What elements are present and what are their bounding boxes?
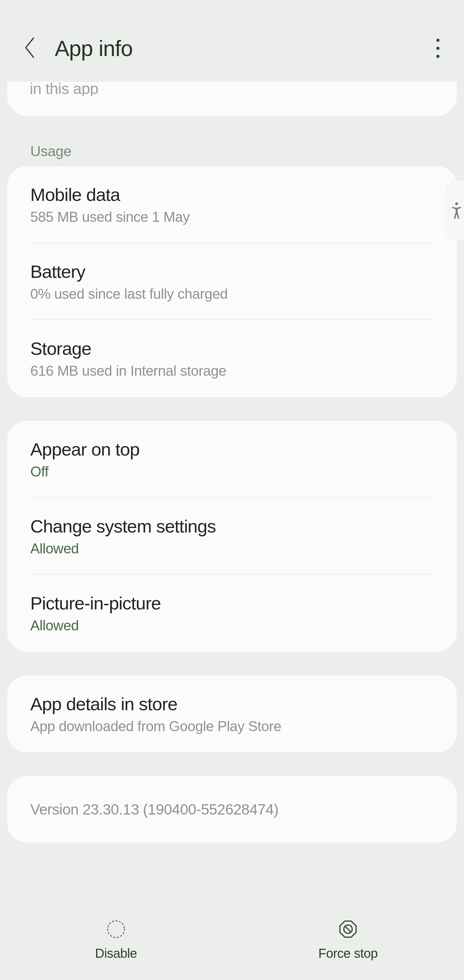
content: in this app Usage Mobile data 585 MB use…: [0, 97, 464, 843]
appear-on-top-item[interactable]: Appear on top Off: [7, 421, 457, 498]
battery-item[interactable]: Battery 0% used since last fully charged: [7, 243, 457, 320]
item-title: Picture-in-picture: [30, 593, 434, 614]
disable-button[interactable]: Disable: [0, 900, 232, 980]
item-sub: 616 MB used in Internal storage: [30, 363, 434, 379]
item-sub: Off: [30, 464, 434, 480]
svg-point-1: [108, 921, 124, 937]
section-label-usage: Usage: [0, 116, 464, 166]
item-sub: App downloaded from Google Play Store: [30, 718, 434, 734]
item-title: Mobile data: [30, 184, 434, 205]
version-card: Version 23.30.13 (190400-552628474): [7, 776, 457, 843]
page-title: App info: [55, 36, 133, 61]
storage-item[interactable]: Storage 616 MB used in Internal storage: [7, 320, 457, 397]
item-sub: Allowed: [30, 541, 434, 557]
store-card: App details in store App downloaded from…: [7, 675, 457, 752]
previous-card-peek[interactable]: in this app: [7, 82, 457, 116]
usage-card: Mobile data 585 MB used since 1 May Batt…: [7, 166, 457, 397]
accessibility-icon: [451, 201, 462, 220]
item-sub: 0% used since last fully charged: [30, 286, 434, 302]
disable-label: Disable: [95, 946, 137, 961]
version-text: Version 23.30.13 (190400-552628474): [30, 801, 434, 818]
svg-point-0: [455, 202, 458, 205]
force-stop-button[interactable]: Force stop: [232, 900, 464, 980]
item-sub: Allowed: [30, 617, 434, 633]
peek-text: in this app: [30, 82, 434, 96]
app-details-in-store-item[interactable]: App details in store App downloaded from…: [7, 675, 457, 752]
picture-in-picture-item[interactable]: Picture-in-picture Allowed: [7, 575, 457, 652]
change-system-settings-item[interactable]: Change system settings Allowed: [7, 498, 457, 575]
item-title: Storage: [30, 338, 434, 359]
bottom-action-bar: Disable Force stop: [0, 900, 464, 980]
svg-line-4: [345, 927, 351, 932]
force-stop-label: Force stop: [318, 946, 378, 961]
item-title: Appear on top: [30, 439, 434, 460]
item-title: App details in store: [30, 694, 434, 714]
back-icon[interactable]: [22, 36, 37, 60]
item-title: Battery: [30, 261, 434, 282]
disable-icon: [107, 920, 125, 940]
item-title: Change system settings: [30, 516, 434, 537]
item-sub: 585 MB used since 1 May: [30, 209, 434, 225]
advanced-card: Appear on top Off Change system settings…: [7, 421, 457, 652]
accessibility-tab[interactable]: [446, 180, 464, 241]
mobile-data-item[interactable]: Mobile data 585 MB used since 1 May: [7, 166, 457, 243]
force-stop-icon: [339, 920, 357, 940]
more-options-icon[interactable]: [434, 35, 442, 61]
